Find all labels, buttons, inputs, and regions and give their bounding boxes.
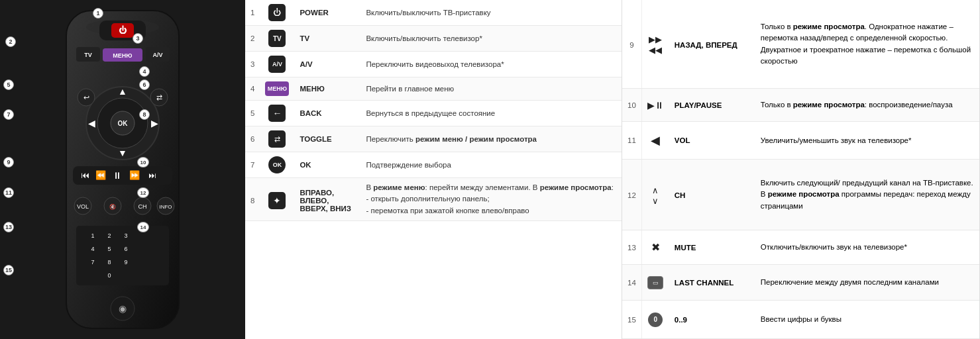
row-icon: ▶▶ ◀◀ <box>641 0 669 89</box>
row-desc: Переключить режим меню / режим просмотра <box>360 126 622 152</box>
svg-text:⏭: ⏭ <box>148 171 156 180</box>
row-num: 7 <box>245 152 260 178</box>
row-icon: МЕНЮ <box>260 77 294 101</box>
row-icon: ◀ <box>641 121 669 159</box>
svg-text:▲: ▲ <box>118 86 127 97</box>
row-icon: A/V <box>260 52 294 77</box>
svg-text:◉: ◉ <box>119 303 127 314</box>
table-row: 10 ▶⏸ PLAY/PAUSE Только в режиме просмот… <box>622 89 979 122</box>
svg-text:◀: ◀ <box>88 118 95 128</box>
row-name: OK <box>294 152 360 178</box>
svg-text:3: 3 <box>124 232 127 239</box>
row-desc: Отключить/включить звук на телевизоре* <box>755 230 979 265</box>
row-num: 5 <box>245 101 260 126</box>
svg-text:0: 0 <box>107 272 111 279</box>
row-icon: OK <box>260 152 294 178</box>
svg-text:INFO: INFO <box>159 204 172 210</box>
row-name: MUTE <box>669 230 755 265</box>
svg-text:▼: ▼ <box>118 148 127 158</box>
row-num: 1 <box>245 0 260 26</box>
row-icon: 0 <box>641 301 669 339</box>
svg-text:⏮: ⏮ <box>81 170 89 180</box>
row-desc: Включить/выключить ТВ-приставку <box>360 0 622 26</box>
svg-text:↩: ↩ <box>83 93 89 101</box>
row-desc: Вернуться в предыдущее состояние <box>360 101 622 126</box>
row-icon: ▭ <box>641 265 669 301</box>
table-row: 13 ✖ MUTE Отключить/включить звук на тел… <box>622 230 979 265</box>
row-name: НАЗАД, ВПЕРЕД <box>669 0 755 89</box>
table-row: 5 ← BACK Вернуться в предыдущее состояни… <box>245 101 622 126</box>
table-row: 6 ⇄ TOGGLE Переключить режим меню / режи… <box>245 126 622 152</box>
row-num: 15 <box>622 301 641 339</box>
row-name: PLAY/PAUSE <box>669 89 755 122</box>
svg-text:CH: CH <box>138 203 147 210</box>
svg-text:⏸: ⏸ <box>113 170 122 181</box>
row-num: 9 <box>622 0 641 89</box>
row-desc: Перейти в главное меню <box>360 77 622 101</box>
row-name: TV <box>294 26 360 52</box>
row-desc: Подтверждение выбора <box>360 152 622 178</box>
row-desc: Переключение между двумя последним канал… <box>755 265 979 301</box>
row-num: 11 <box>622 121 641 159</box>
svg-text:⏩: ⏩ <box>129 170 140 181</box>
row-num: 2 <box>245 26 260 52</box>
row-icon: ← <box>260 101 294 126</box>
svg-text:9: 9 <box>124 259 127 266</box>
row-desc: Только в режиме просмотра. Однократное н… <box>755 0 979 89</box>
row-desc: Только в режиме просмотра: воспроизведен… <box>755 89 979 122</box>
row-num: 12 <box>622 160 641 230</box>
row-icon: ⇄ <box>260 126 294 152</box>
row-name: CH <box>669 160 755 230</box>
svg-text:2: 2 <box>107 232 111 239</box>
row-name: VOL <box>669 121 755 159</box>
svg-text:🔇: 🔇 <box>109 203 116 210</box>
row-name: МЕНЮ <box>294 77 360 101</box>
table-row: 14 ▭ LAST CHANNEL Переключение между дву… <box>622 265 979 301</box>
table-row: 4 МЕНЮ МЕНЮ Перейти в главное меню <box>245 77 622 101</box>
svg-text:5: 5 <box>107 246 111 252</box>
row-icon: ∧ ∨ <box>641 160 669 230</box>
right-table: 9 ▶▶ ◀◀ НАЗАД, ВПЕРЕД Только в режиме пр… <box>622 0 979 339</box>
table-row: 2 TV TV Включить/выключить телевизор* <box>245 26 622 52</box>
table-row: 8 ✦ ВПРАВО, ВЛЕВО, ВВЕРХ, ВНИЗ В режиме … <box>245 178 622 221</box>
row-num: 3 <box>245 52 260 77</box>
svg-text:TV: TV <box>84 52 92 58</box>
row-num: 4 <box>245 77 260 101</box>
svg-text:▶: ▶ <box>151 118 158 128</box>
svg-text:7: 7 <box>91 259 94 266</box>
svg-text:VOL: VOL <box>77 203 89 210</box>
row-name: BACK <box>294 101 360 126</box>
row-name: 0..9 <box>669 301 755 339</box>
svg-text:1: 1 <box>91 232 94 239</box>
row-desc: Переключить видеовыход телевизора* <box>360 52 622 77</box>
row-desc: Увеличить/уменьшить звук на телевизоре* <box>755 121 979 159</box>
row-num: 13 <box>622 230 641 265</box>
table-row: 11 ◀ VOL Увеличить/уменьшить звук на тел… <box>622 121 979 159</box>
svg-text:A/V: A/V <box>152 52 162 58</box>
row-name: A/V <box>294 52 360 77</box>
svg-text:OK: OK <box>118 120 129 127</box>
row-icon: TV <box>260 26 294 52</box>
svg-text:МЕНЮ: МЕНЮ <box>113 52 132 59</box>
row-icon: ⏻ <box>260 0 294 26</box>
svg-text:8: 8 <box>107 259 111 266</box>
table-row: 9 ▶▶ ◀◀ НАЗАД, ВПЕРЕД Только в режиме пр… <box>622 0 979 89</box>
row-icon: ✖ <box>641 230 669 265</box>
row-desc: В режиме меню: перейти между элементами.… <box>360 178 622 221</box>
table-row: 7 OK OK Подтверждение выбора <box>245 152 622 178</box>
row-desc: Ввести цифры и буквы <box>755 301 979 339</box>
row-name: POWER <box>294 0 360 26</box>
row-name: ВПРАВО, ВЛЕВО, ВВЕРХ, ВНИЗ <box>294 178 360 221</box>
svg-text:⏻: ⏻ <box>119 25 127 35</box>
svg-text:⏪: ⏪ <box>95 170 107 181</box>
row-name: LAST CHANNEL <box>669 265 755 301</box>
table-row: 1 ⏻ POWER Включить/выключить ТВ-приставк… <box>245 0 622 26</box>
svg-rect-37 <box>76 226 169 285</box>
row-desc: Включить следующий/ предыдущий канал на … <box>755 160 979 230</box>
table-row: 15 0 0..9 Ввести цифры и буквы <box>622 301 979 339</box>
row-num: 8 <box>245 178 260 221</box>
left-table: 1 ⏻ POWER Включить/выключить ТВ-приставк… <box>245 0 622 221</box>
row-num: 6 <box>245 126 260 152</box>
row-name: TOGGLE <box>294 126 360 152</box>
svg-text:6: 6 <box>124 246 127 252</box>
